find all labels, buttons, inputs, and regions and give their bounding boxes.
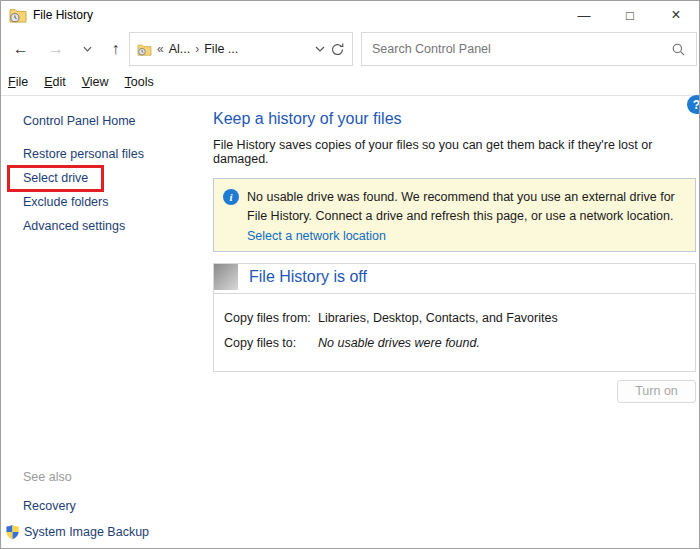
back-icon[interactable]: ← [13,40,29,58]
info-icon: i [223,189,239,205]
recent-pages-chevron-icon[interactable] [83,46,92,52]
menu-bar: File Edit View Tools [1,69,699,96]
up-icon[interactable]: ↑ [111,40,119,58]
status-body: Copy files from: Libraries, Desktop, Con… [214,294,695,371]
page-title: Keep a history of your files [213,110,696,128]
file-history-icon [9,7,27,23]
nav-buttons: ← → ↑ [3,40,129,58]
sidebar-item-recovery[interactable]: Recovery [1,494,213,519]
copy-from-value: Libraries, Desktop, Contacts, and Favori… [318,311,558,325]
sidebar-item-system-image-backup[interactable]: System Image Backup [1,519,213,544]
close-button[interactable]: × [653,1,699,29]
uac-shield-icon [5,524,20,540]
copy-files-from-row: Copy files from: Libraries, Desktop, Con… [224,311,685,325]
sidebar-item-advanced-settings[interactable]: Advanced settings [1,215,213,239]
content-area: Control Panel Home Restore personal file… [1,96,699,547]
sidebar: Control Panel Home Restore personal file… [1,96,213,547]
forward-icon[interactable]: → [48,40,64,58]
page-description: File History saves copies of your files … [213,138,696,166]
sidebar-item-exclude-folders[interactable]: Exclude folders [1,191,213,215]
title-bar: File History — □ × [1,1,699,29]
system-image-backup-label: System Image Backup [24,525,149,539]
menu-edit[interactable]: Edit [44,75,66,89]
turn-on-button[interactable]: Turn on [617,380,696,403]
search-icon[interactable] [671,42,686,57]
breadcrumb-parent[interactable]: Al... [169,42,191,56]
copy-to-value: No usable drives were found. [318,336,480,350]
window-title: File History [33,8,93,22]
navigation-toolbar: ← → ↑ « Al... › File ... [1,29,699,69]
main-panel: Keep a history of your files File Histor… [213,96,699,547]
refresh-icon[interactable] [330,42,345,57]
no-drive-warning-banner: i No usable drive was found. We recommen… [213,178,696,252]
maximize-button[interactable]: □ [607,1,653,29]
address-dropdown-chevron-icon[interactable] [315,46,325,52]
status-header: File History is off [214,264,695,294]
sidebar-item-select-drive-label: Select drive [23,171,88,185]
sidebar-item-control-panel-home[interactable]: Control Panel Home [1,110,213,132]
search-box [361,32,697,66]
status-title: File History is off [249,268,367,286]
banner-body: No usable drive was found. We recommend … [247,188,685,243]
window-controls: — □ × [561,1,699,29]
sidebar-task-list: Restore personal files Select drive Excl… [1,143,213,239]
banner-message: No usable drive was found. We recommend … [247,188,685,226]
menu-view[interactable]: View [82,75,109,89]
address-bar[interactable]: « Al... › File ... [129,32,353,66]
breadcrumb-separator-icon: › [195,42,199,56]
copy-files-to-row: Copy files to: No usable drives were fou… [224,336,685,350]
address-folder-clock-icon [137,43,152,56]
breadcrumb-current[interactable]: File ... [204,42,238,56]
see-also-label: See also [1,466,213,494]
action-row: Turn on [213,380,696,403]
menu-tools[interactable]: Tools [125,75,154,89]
breadcrumb-overflow-icon[interactable]: « [157,42,164,56]
file-history-status-panel: File History is off Copy files from: Lib… [213,263,696,372]
minimize-button[interactable]: — [561,1,607,29]
copy-to-label: Copy files to: [224,336,318,350]
sidebar-see-also-section: See also Recovery System Image Backup [1,466,213,544]
sidebar-item-select-drive[interactable]: Select drive [1,167,213,191]
copy-from-label: Copy files from: [224,311,318,325]
help-icon[interactable]: ? [687,95,700,114]
search-input[interactable] [372,42,671,56]
sidebar-item-restore-personal-files[interactable]: Restore personal files [1,143,213,167]
menu-file[interactable]: File [8,75,28,89]
select-network-location-link[interactable]: Select a network location [247,229,386,243]
status-gradient-icon [214,264,238,290]
